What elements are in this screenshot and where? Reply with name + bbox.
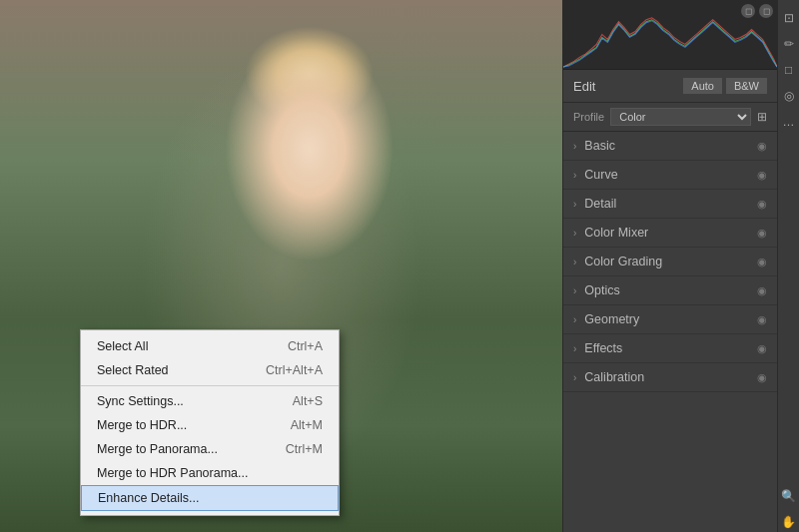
panel-eye-icon-7[interactable]: ◉	[757, 342, 767, 355]
panel-item-detail[interactable]: ›Detail◉	[563, 190, 777, 219]
edit-title: Edit	[573, 79, 679, 94]
hist-highlight-icon[interactable]: ◻	[759, 4, 773, 18]
eye-icon[interactable]: ◎	[779, 86, 799, 106]
panel-eye-icon-2[interactable]: ◉	[757, 198, 767, 211]
panel-item-calibration[interactable]: ›Calibration◉	[563, 363, 777, 392]
panel-item-curve[interactable]: ›Curve◉	[563, 161, 777, 190]
panel-eye-icon-3[interactable]: ◉	[757, 227, 767, 240]
menu-item-label-6: Enhance Details...	[98, 491, 199, 505]
menu-item-shortcut-3: Alt+M	[291, 418, 323, 432]
panel-chevron-3: ›	[573, 228, 576, 239]
menu-item-label-0: Select All	[97, 339, 148, 353]
menu-item-0[interactable]: Select AllCtrl+A	[81, 334, 339, 358]
edit-header: Edit Auto B&W	[563, 70, 777, 103]
panel-item-label-1: Curve	[584, 168, 757, 182]
more-icon[interactable]: …	[779, 112, 799, 132]
histogram-corner-icons: ◻ ◻	[741, 4, 773, 18]
panel-chevron-7: ›	[573, 343, 576, 354]
menu-item-label-4: Merge to Panorama...	[97, 442, 218, 456]
menu-item-shortcut-0: Ctrl+A	[288, 339, 323, 353]
healing-icon[interactable]: ✏	[779, 34, 799, 54]
hand-icon[interactable]: ✋	[779, 512, 799, 532]
panel-item-label-4: Color Grading	[584, 255, 757, 268]
menu-item-label-3: Merge to HDR...	[97, 418, 187, 432]
right-toolbar: ⊡ ✏ □ ◎ … 🔍 ✋	[777, 0, 799, 532]
panel-chevron-8: ›	[573, 372, 576, 383]
menu-item-1[interactable]: Select RatedCtrl+Alt+A	[81, 358, 339, 382]
photo-area: Select AllCtrl+ASelect RatedCtrl+Alt+ASy…	[0, 0, 562, 532]
panel-chevron-6: ›	[573, 314, 576, 325]
panel-chevron-0: ›	[573, 141, 576, 152]
panel-item-geometry[interactable]: ›Geometry◉	[563, 305, 777, 334]
panel-eye-icon-4[interactable]: ◉	[757, 256, 767, 268]
search-icon[interactable]: 🔍	[779, 486, 799, 506]
menu-item-shortcut-4: Ctrl+M	[286, 442, 323, 456]
panel-eye-icon-0[interactable]: ◉	[757, 140, 767, 153]
panel-item-effects[interactable]: ›Effects◉	[563, 334, 777, 363]
panel-eye-icon-8[interactable]: ◉	[757, 371, 767, 384]
menu-item-5[interactable]: Merge to HDR Panorama...	[81, 461, 339, 485]
menu-item-label-1: Select Rated	[97, 363, 169, 377]
menu-item-shortcut-2: Alt+S	[293, 394, 323, 408]
panel-item-label-7: Effects	[584, 341, 757, 355]
profile-label: Profile	[573, 111, 604, 123]
panel-list: ›Basic◉›Curve◉›Detail◉›Color Mixer◉›Colo…	[563, 132, 777, 532]
panel-item-basic[interactable]: ›Basic◉	[563, 132, 777, 161]
panel-item-label-6: Geometry	[584, 312, 757, 326]
panel-item-color-mixer[interactable]: ›Color Mixer◉	[563, 219, 777, 248]
mask-icon[interactable]: □	[779, 60, 799, 80]
histogram: ◻ ◻	[563, 0, 777, 70]
profile-grid-icon[interactable]: ⊞	[757, 110, 767, 124]
panel-eye-icon-6[interactable]: ◉	[757, 313, 767, 326]
bw-button[interactable]: B&W	[726, 78, 767, 94]
menu-item-3[interactable]: Merge to HDR...Alt+M	[81, 413, 339, 437]
menu-item-6[interactable]: Enhance Details...	[81, 485, 339, 511]
panel-eye-icon-5[interactable]: ◉	[757, 284, 767, 297]
profile-row: Profile Color Adobe Color Adobe Landscap…	[563, 103, 777, 132]
panel-item-label-5: Optics	[584, 283, 757, 297]
panel-item-label-2: Detail	[584, 197, 757, 211]
menu-item-2[interactable]: Sync Settings...Alt+S	[81, 389, 339, 413]
right-panel: ◻ ◻ Edit Auto B&W Profile Color Adobe Co…	[562, 0, 777, 532]
menu-item-shortcut-1: Ctrl+Alt+A	[266, 363, 323, 377]
menu-item-label-2: Sync Settings...	[97, 394, 184, 408]
context-menu: Select AllCtrl+ASelect RatedCtrl+Alt+ASy…	[80, 329, 340, 516]
panel-chevron-2: ›	[573, 199, 576, 210]
panel-chevron-5: ›	[573, 285, 576, 296]
panel-item-label-0: Basic	[584, 139, 757, 153]
panel-eye-icon-1[interactable]: ◉	[757, 169, 767, 182]
menu-item-label-5: Merge to HDR Panorama...	[97, 466, 248, 480]
hist-shadow-icon[interactable]: ◻	[741, 4, 755, 18]
auto-button[interactable]: Auto	[683, 78, 722, 94]
panel-chevron-4: ›	[573, 257, 576, 267]
menu-item-4[interactable]: Merge to Panorama...Ctrl+M	[81, 437, 339, 461]
crop-icon[interactable]: ⊡	[779, 8, 799, 28]
panel-item-label-3: Color Mixer	[584, 226, 757, 240]
panel-chevron-1: ›	[573, 170, 576, 181]
profile-select[interactable]: Color Adobe Color Adobe Landscape	[610, 108, 751, 126]
panel-item-color-grading[interactable]: ›Color Grading◉	[563, 248, 777, 276]
panel-item-optics[interactable]: ›Optics◉	[563, 276, 777, 305]
panel-item-label-8: Calibration	[584, 370, 757, 384]
